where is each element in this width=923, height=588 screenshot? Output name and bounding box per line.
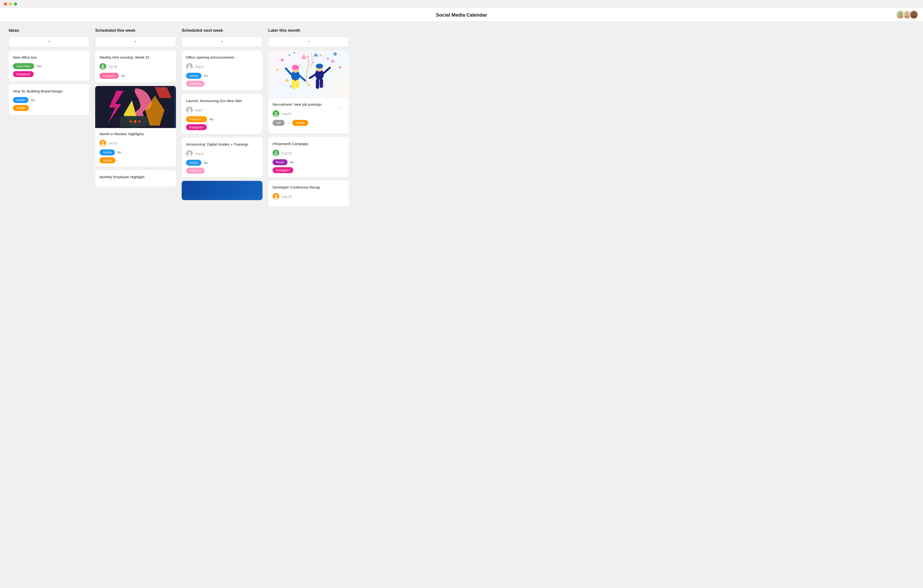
card-value: No — [290, 161, 294, 164]
card-value: No — [209, 118, 214, 121]
svg-point-32 — [288, 54, 291, 56]
add-scheduled-next-week-button[interactable]: + — [182, 37, 263, 47]
card-meta: Aug 8 — [186, 150, 258, 157]
card-value: No — [121, 74, 125, 78]
column-scheduled-this-week: Scheduled this week + Weekly Hire roundu… — [92, 28, 179, 579]
card-meta: Jul 29 — [100, 63, 172, 70]
tag-carousel[interactable]: Carousel — [100, 73, 119, 79]
tag-article[interactable]: Article — [13, 97, 28, 103]
svg-point-36 — [339, 66, 341, 69]
card-date: Jul 29 — [108, 65, 117, 69]
svg-point-11 — [101, 67, 105, 70]
svg-point-63 — [275, 112, 277, 114]
card-avatar — [186, 106, 193, 113]
svg-point-64 — [274, 114, 278, 117]
svg-point-59 — [299, 64, 301, 66]
card-tags: Photo No — [273, 159, 345, 165]
tag-separator — [287, 123, 290, 123]
tag-twitter[interactable]: Twitter — [100, 157, 115, 163]
tag-gif[interactable]: GIF — [273, 120, 284, 126]
svg-line-53 — [324, 68, 330, 73]
card-month-review: Month in Review: Highlights Jul 31 Artic… — [95, 86, 176, 167]
card-title: Monthly Employee Highlight: — [100, 174, 172, 179]
card-tags: Article No — [13, 97, 85, 103]
svg-line-47 — [299, 76, 305, 80]
card-tags-row2: Twitter — [100, 157, 172, 163]
card-avatar — [273, 193, 279, 200]
tag-live-video[interactable]: Live Video — [13, 63, 34, 69]
card-value: No — [117, 151, 122, 154]
svg-point-26 — [187, 67, 192, 70]
svg-point-27 — [188, 108, 191, 110]
maximize-button[interactable] — [14, 2, 17, 5]
svg-point-19 — [134, 120, 136, 123]
card-avatar — [273, 110, 279, 117]
tag-instagram[interactable]: Instagram — [273, 167, 293, 173]
tag-instagram[interactable]: Instagram — [13, 71, 34, 77]
svg-point-12 — [102, 65, 104, 67]
add-ideas-button[interactable]: + — [9, 37, 89, 47]
svg-rect-48 — [292, 80, 295, 89]
card-new-site: Launch: Announcing Our New Site! Aug 7 P… — [182, 94, 263, 134]
add-scheduled-this-week-button[interactable]: + — [95, 37, 176, 47]
svg-marker-39 — [301, 54, 306, 59]
plus-icon: + — [307, 39, 310, 44]
card-avatar — [100, 140, 106, 146]
column-header-scheduled-this-week: Scheduled this week — [95, 28, 176, 33]
card-title: New office tour — [13, 55, 85, 60]
tag-instagram[interactable]: Instagram — [186, 124, 207, 130]
svg-line-46 — [286, 69, 291, 74]
minimize-button[interactable] — [9, 2, 12, 5]
card-title: Developer Conference Recap — [273, 185, 345, 190]
tag-article[interactable]: Article — [100, 149, 115, 156]
svg-point-33 — [327, 57, 329, 60]
tag-article[interactable]: Article — [186, 160, 201, 166]
card-brand-design: How To: Building Brand Design Article No… — [9, 84, 89, 115]
close-button[interactable] — [4, 2, 7, 5]
card-tags: Article No — [186, 160, 258, 166]
tag-linkedin[interactable]: LinkedIn — [186, 81, 205, 87]
svg-marker-41 — [284, 78, 289, 82]
svg-point-3 — [898, 15, 903, 19]
card-office-opening: Office opening announcement Aug 6 Articl… — [182, 51, 263, 90]
svg-point-2 — [899, 12, 902, 15]
more-options-icon[interactable]: ··· — [338, 105, 342, 110]
card-tags: Article No — [186, 73, 258, 79]
tag-twitter[interactable]: Twitter — [292, 120, 308, 126]
svg-point-20 — [138, 120, 141, 123]
card-tags: Carousel No — [100, 73, 172, 79]
titlebar — [0, 0, 923, 8]
card-recruitment: Recruitment: New job postings ··· Aug 21… — [268, 51, 349, 134]
card-meta: Aug 21 — [273, 110, 345, 117]
svg-point-52 — [316, 64, 323, 69]
column-header-later-this-month: Later this month — [268, 28, 349, 33]
tag-twitter[interactable]: Twitter — [13, 105, 29, 111]
svg-marker-42 — [330, 59, 335, 62]
window-controls — [4, 2, 17, 5]
card-meta: Aug 6 — [186, 63, 258, 70]
card-meta: Aug 26 — [273, 193, 345, 200]
svg-marker-17 — [131, 127, 138, 128]
card-meta: Aug 7 — [186, 106, 258, 113]
svg-point-66 — [274, 154, 278, 156]
card-title: Weekly Hire roundup: Week 32 — [100, 55, 172, 60]
card-meta: Aug 23 — [273, 150, 345, 156]
card-title: Month in Review: Highlights — [100, 131, 172, 136]
svg-point-62 — [290, 85, 292, 87]
card-value: No — [31, 98, 35, 102]
tag-photo[interactable]: Photo — [273, 159, 287, 165]
add-later-this-month-button[interactable]: + — [268, 37, 349, 47]
card-value: No — [204, 161, 208, 165]
svg-point-37 — [294, 52, 295, 54]
user-avatars — [896, 10, 918, 19]
card-dev-conference: Developer Conference Recap Aug 26 — [268, 180, 349, 206]
card-digital-guides: Announcing: Digital Guides + Trainings A… — [182, 138, 263, 177]
card-date: Jul 31 — [108, 141, 117, 145]
tag-produce[interactable]: Produce... — [186, 116, 207, 122]
svg-point-34 — [333, 52, 337, 56]
tag-linkedin[interactable]: LinkedIn — [186, 168, 205, 174]
card-tags-row2: Twitter — [13, 105, 85, 111]
tag-article[interactable]: Article — [186, 73, 201, 79]
card-tags-row2: LinkedIn — [186, 168, 258, 174]
card-value: Yes — [36, 64, 41, 68]
